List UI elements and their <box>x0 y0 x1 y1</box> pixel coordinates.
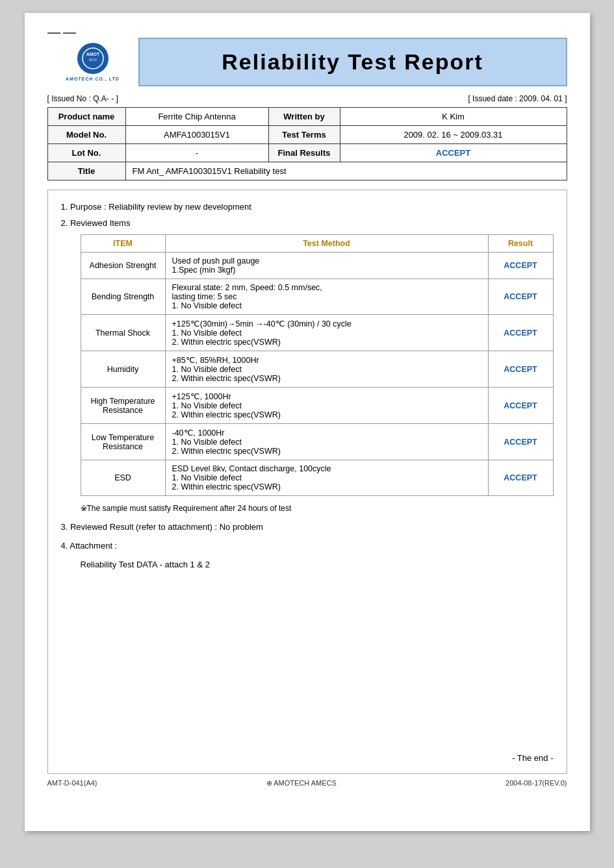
product-name-value: Ferrite Chip Antenna <box>125 108 268 126</box>
section2-title: 2. Reviewed Items <box>61 218 554 228</box>
svg-text:AMOT: AMOT <box>86 52 99 56</box>
page: AMOT ECH AMOTECH CO., LTD Reliability Te… <box>25 13 590 831</box>
items-table: ITEM Test Method Result Adhesion Strengh… <box>81 234 554 496</box>
written-by-label: Written by <box>268 108 340 126</box>
test-terms-label: Test Terms <box>268 126 340 144</box>
footer-center: ⊕ AMOTECH AMECS <box>266 779 337 787</box>
info-table: Product name Ferrite Chip Antenna Writte… <box>47 107 567 180</box>
written-by-value: K Kim <box>340 108 567 126</box>
item-name-cell: Adhesion Strenght <box>81 253 165 279</box>
model-no-label: Model No. <box>47 126 125 144</box>
logo-icon: AMOT ECH <box>77 43 109 74</box>
issued-no: [ Issued No : Q.A- - ] <box>47 94 118 103</box>
table-row: ESDESD Level 8kv, Contact discharge, 100… <box>81 460 553 496</box>
table-row: Adhesion StrenghtUsed of push pull gauge… <box>81 253 553 279</box>
item-name-cell: High Temperature Resistance <box>81 388 165 424</box>
note-text: ※The sample must satisfy Requirement aft… <box>81 504 554 513</box>
col-method: Test Method <box>165 235 488 253</box>
item-name-cell: Bending Strength <box>81 279 165 315</box>
col-item: ITEM <box>81 235 165 253</box>
section3: 3. Reviewed Result (refer to attachment)… <box>61 522 554 532</box>
table-row: Thermal Shock+125℃(30min)→5min →-40℃ (30… <box>81 315 553 351</box>
footer-right: 2004-08-17(REV.0) <box>505 779 567 787</box>
header: AMOT ECH AMOTECH CO., LTD Reliability Te… <box>47 38 567 86</box>
result-cell: ACCEPT <box>488 279 553 315</box>
result-cell: ACCEPT <box>488 388 553 424</box>
test-method-cell: +125℃, 1000Hr 1. No Visible defect 2. Wi… <box>165 388 488 424</box>
table-row: High Temperature Resistance+125℃, 1000Hr… <box>81 388 553 424</box>
title-value: FM Ant_ AMFA1003015V1 Reliability test <box>125 162 567 180</box>
test-method-cell: -40℃, 1000Hr 1. No Visible defect 2. Wit… <box>165 424 488 460</box>
title-label: Title <box>47 162 125 180</box>
final-results-value: ACCEPT <box>340 144 567 162</box>
result-cell: ACCEPT <box>488 253 553 279</box>
test-method-cell: Flexural state: 2 mm, Speed: 0.5 mm/sec,… <box>165 279 488 315</box>
svg-text:ECH: ECH <box>89 58 97 62</box>
test-method-cell: Used of push pull gauge 1.Spec (min 3kgf… <box>165 253 488 279</box>
logo-box: AMOT ECH AMOTECH CO., LTD <box>47 38 138 86</box>
lot-no-label: Lot No. <box>47 144 125 162</box>
result-cell: ACCEPT <box>488 460 553 496</box>
issued-line: [ Issued No : Q.A- - ] [ Issued date : 2… <box>47 94 567 103</box>
test-method-cell: ESD Level 8kv, Contact discharge, 100cyc… <box>165 460 488 496</box>
table-row: Bending StrengthFlexural state: 2 mm, Sp… <box>81 279 553 315</box>
result-cell: ACCEPT <box>488 424 553 460</box>
footer-left: AMT-D-041(A4) <box>47 779 97 787</box>
product-name-label: Product name <box>47 108 125 126</box>
issued-date: [ Issued date : 2009. 04. 01 ] <box>468 94 567 103</box>
item-name-cell: ESD <box>81 460 165 496</box>
result-cell: ACCEPT <box>488 351 553 388</box>
test-method-cell: +85℃, 85%RH, 1000Hr 1. No Visible defect… <box>165 351 488 388</box>
final-results-label: Final Results <box>268 144 340 162</box>
report-title-box: Reliability Test Report <box>138 38 567 86</box>
table-row: Low Temperature Resistance-40℃, 1000Hr 1… <box>81 424 553 460</box>
attachment-detail: Reliability Test DATA - attach 1 & 2 <box>81 560 554 569</box>
section1-title: 1. Purpose : Reliability review by new d… <box>61 202 554 212</box>
test-method-cell: +125℃(30min)→5min →-40℃ (30min) / 30 cyc… <box>165 315 488 351</box>
model-no-value: AMFA1003015V1 <box>125 126 268 144</box>
report-title: Reliability Test Report <box>222 49 483 75</box>
col-result: Result <box>488 235 553 253</box>
top-decoration <box>47 32 567 34</box>
result-cell: ACCEPT <box>488 315 553 351</box>
content-box: 1. Purpose : Reliability review by new d… <box>47 190 567 774</box>
table-row: Humidity+85℃, 85%RH, 1000Hr 1. No Visibl… <box>81 351 553 388</box>
the-end: - The end - <box>512 753 553 763</box>
page-footer: AMT-D-041(A4) ⊕ AMOTECH AMECS 2004-08-17… <box>47 779 567 787</box>
test-terms-value: 2009. 02. 16 ~ 2009.03.31 <box>340 126 567 144</box>
item-name-cell: Thermal Shock <box>81 315 165 351</box>
section4: 4. Attachment : <box>61 541 554 551</box>
item-name-cell: Low Temperature Resistance <box>81 424 165 460</box>
logo-text: AMOTECH CO., LTD <box>66 77 120 81</box>
lot-no-value: - <box>125 144 268 162</box>
item-name-cell: Humidity <box>81 351 165 388</box>
